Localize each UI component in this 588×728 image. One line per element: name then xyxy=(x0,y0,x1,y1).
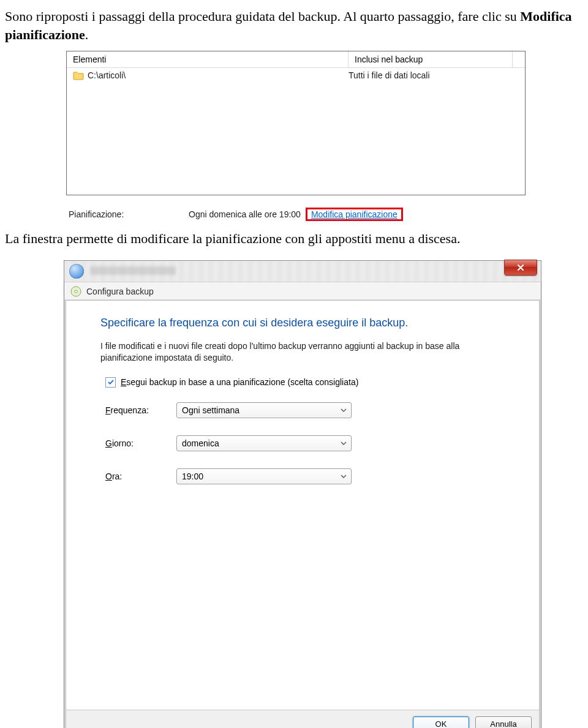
paragraph-1: Sono riproposti i passaggi della procedu… xyxy=(5,7,583,43)
label-day: Giorno: xyxy=(105,438,176,448)
checkbox-label: Esegui backup in base a una pianificazio… xyxy=(121,377,358,387)
chevron-down-icon xyxy=(339,405,349,415)
column-header-included[interactable]: Inclusi nel backup xyxy=(349,51,512,67)
column-headers: Elementi Inclusi nel backup xyxy=(67,51,525,68)
list-item[interactable]: C:\articoli\ Tutti i file di dati locali xyxy=(67,68,525,80)
subheader: Configura backup xyxy=(64,282,541,300)
combobox-frequency[interactable]: Ogni settimana xyxy=(176,402,352,418)
combobox-frequency-value: Ogni settimana xyxy=(182,405,239,415)
dialog-empty-space xyxy=(100,501,508,704)
combobox-hour-value: 19:00 xyxy=(182,471,203,481)
schedule-value: Ogni domenica alle ore 19:00 xyxy=(189,209,301,219)
title-blurred xyxy=(90,266,176,275)
subheader-text: Configura backup xyxy=(86,287,154,296)
chevron-down-icon xyxy=(339,438,349,448)
screenshot-schedule-dialog: Configura backup Specificare la frequenz… xyxy=(64,260,541,728)
cancel-button[interactable]: Annulla xyxy=(475,716,532,728)
svg-point-1 xyxy=(75,290,77,293)
titlebar xyxy=(64,261,541,282)
folder-icon xyxy=(73,70,84,80)
item-included-desc: Tutti i file di dati locali xyxy=(349,70,519,80)
dialog-heading: Specificare la frequenza con cui si desi… xyxy=(100,317,508,329)
field-hour: Ora: 19:00 xyxy=(105,468,508,484)
column-header-elements[interactable]: Elementi xyxy=(67,51,349,67)
para1-text-b: . xyxy=(85,27,89,42)
para1-text-a: Sono riproposti i passaggi della procedu… xyxy=(5,9,520,24)
paragraph-2: La finestra permette di modificare la pi… xyxy=(5,230,583,248)
schedule-label: Pianificazione: xyxy=(69,209,189,219)
disc-icon xyxy=(70,286,81,297)
back-icon[interactable] xyxy=(69,264,84,279)
dialog-body: Specificare la frequenza con cui si desi… xyxy=(66,300,540,728)
field-frequency: Frequenza: Ogni settimana xyxy=(105,402,508,418)
label-hour: Ora: xyxy=(105,471,176,481)
screenshot-items-panel: Elementi Inclusi nel backup C:\articoli\… xyxy=(66,51,526,223)
chevron-down-icon xyxy=(339,471,349,481)
dialog-window: Configura backup Specificare la frequenz… xyxy=(64,260,541,728)
schedule-checkbox[interactable] xyxy=(105,377,116,388)
close-button[interactable] xyxy=(504,260,537,276)
combobox-hour[interactable]: 19:00 xyxy=(176,468,352,484)
combobox-day[interactable]: domenica xyxy=(176,435,352,451)
column-header-spacer xyxy=(512,51,525,67)
field-day: Giorno: domenica xyxy=(105,435,508,451)
item-path: C:\articoli\ xyxy=(88,70,126,80)
checkbox-row-schedule[interactable]: Esegui backup in base a una pianificazio… xyxy=(105,377,508,388)
modify-schedule-link[interactable]: Modifica pianificazione xyxy=(311,209,398,219)
modify-schedule-highlight: Modifica pianificazione xyxy=(306,208,403,221)
items-listbox: Elementi Inclusi nel backup C:\articoli\… xyxy=(66,51,526,195)
label-frequency: Frequenza: xyxy=(105,405,176,415)
ok-button[interactable]: OK xyxy=(413,716,469,728)
dialog-footer: OK Annulla xyxy=(66,710,539,728)
combobox-day-value: domenica xyxy=(182,438,219,448)
close-icon xyxy=(516,264,525,271)
dialog-description: I file modificati e i nuovi file creati … xyxy=(100,340,508,364)
